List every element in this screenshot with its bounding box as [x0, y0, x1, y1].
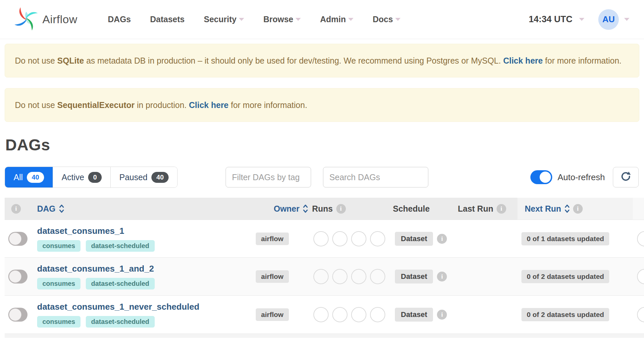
- banner-strong: SequentialExecutor: [57, 100, 134, 110]
- run-status-circle[interactable]: [332, 231, 348, 246]
- run-status-circle[interactable]: [313, 231, 329, 246]
- next-run-cell: 0 of 2 datasets updated: [517, 258, 633, 295]
- header-label: DAG: [37, 204, 56, 214]
- owner-badge: airflow: [256, 233, 289, 245]
- dag-tags: consumes dataset-scheduled: [37, 316, 155, 328]
- run-status-circle[interactable]: [370, 269, 385, 284]
- nav-item-admin[interactable]: Admin: [320, 15, 353, 24]
- run-status-circle[interactable]: [351, 231, 366, 246]
- run-status-circle[interactable]: [351, 269, 366, 284]
- next-row-peek: [5, 334, 644, 338]
- run-status-circle[interactable]: [370, 307, 385, 322]
- run-status-circle[interactable]: [332, 269, 348, 284]
- header-label: Runs: [312, 204, 333, 214]
- header-dag[interactable]: DAG: [31, 198, 250, 220]
- sort-icon: [564, 204, 570, 214]
- run-status-circle[interactable]: [351, 307, 366, 322]
- dag-pause-toggle[interactable]: [8, 270, 27, 284]
- next-run-badge: 0 of 2 datasets updated: [521, 308, 609, 321]
- next-run-badge: 0 of 1 datasets updated: [521, 232, 609, 245]
- tab-active[interactable]: Active 0: [53, 167, 111, 187]
- dag-cell: dataset_consumes_1_and_2 consumes datase…: [31, 258, 250, 295]
- schedule-badge[interactable]: Dataset: [395, 232, 433, 246]
- click-here-link[interactable]: Click here: [503, 56, 543, 65]
- user-avatar[interactable]: AU: [598, 9, 619, 30]
- tab-paused[interactable]: Paused 40: [111, 167, 177, 187]
- banner-text: for more information.: [229, 100, 307, 110]
- airflow-dags-page: Airflow DAGs Datasets Security Browse Ad…: [0, 0, 644, 363]
- nav-item-dags[interactable]: DAGs: [108, 15, 131, 24]
- nav-item-security[interactable]: Security: [204, 15, 244, 24]
- schedule-badge[interactable]: Dataset: [395, 270, 433, 284]
- chevron-down-icon: [295, 18, 301, 21]
- table-row: dataset_consumes_1_and_2 consumes datase…: [5, 258, 644, 296]
- run-status-circle[interactable]: [313, 269, 329, 284]
- brand-name: Airflow: [42, 13, 78, 26]
- dag-name-link[interactable]: dataset_consumes_1_and_2: [37, 264, 154, 274]
- tab-all[interactable]: All 40: [5, 167, 53, 187]
- info-icon[interactable]: i: [437, 234, 447, 244]
- chevron-down-icon: [348, 18, 353, 21]
- run-status-circle[interactable]: [370, 231, 385, 246]
- row-toggle-cell: [5, 258, 31, 295]
- chevron-down-icon[interactable]: [579, 18, 584, 21]
- run-status-circles: [310, 307, 385, 322]
- dag-pause-toggle[interactable]: [8, 308, 27, 322]
- info-icon[interactable]: i: [573, 204, 583, 214]
- nav-item-browse[interactable]: Browse: [263, 15, 301, 24]
- dag-tag[interactable]: consumes: [37, 240, 80, 252]
- dag-tag[interactable]: dataset-scheduled: [86, 240, 155, 252]
- airflow-brand[interactable]: Airflow: [13, 6, 78, 33]
- info-icon[interactable]: i: [336, 204, 346, 214]
- runs-cell: [310, 258, 393, 295]
- dag-cell: dataset_consumes_1_never_scheduled consu…: [31, 296, 250, 334]
- nav-item-datasets[interactable]: Datasets: [150, 15, 185, 24]
- dag-filter-tabs: All 40 Active 0 Paused 40: [5, 167, 178, 188]
- dag-tag[interactable]: consumes: [37, 278, 80, 289]
- next-run-badge: 0 of 2 datasets updated: [521, 270, 609, 283]
- owner-badge: airflow: [256, 308, 289, 321]
- chevron-down-icon[interactable]: [624, 18, 629, 21]
- tab-paused-count-badge: 40: [151, 172, 169, 183]
- tab-active-count-badge: 0: [88, 172, 102, 183]
- owner-cell: airflow: [250, 296, 310, 334]
- header-runs: Runs i: [310, 198, 393, 220]
- schedule-badge[interactable]: Dataset: [395, 308, 433, 322]
- click-here-link[interactable]: Click here: [189, 100, 229, 110]
- header-next-run[interactable]: Next Run i: [517, 198, 633, 220]
- header-overflow-cell: [633, 198, 644, 220]
- info-icon[interactable]: i: [497, 204, 506, 214]
- info-icon[interactable]: i: [437, 272, 447, 282]
- header-info-cell: i: [5, 198, 31, 220]
- nav-item-docs[interactable]: Docs: [373, 15, 401, 24]
- owner-cell: airflow: [250, 258, 310, 295]
- dag-pause-toggle[interactable]: [8, 232, 27, 246]
- filter-dags-by-tag-input[interactable]: [226, 167, 311, 187]
- search-dags-input[interactable]: [323, 167, 428, 187]
- banner-text: Do not use: [15, 100, 57, 110]
- refresh-button[interactable]: [613, 167, 639, 187]
- row-toggle-cell: [5, 296, 31, 334]
- sqlite-warning-banner: Do not use SQLite as metadata DB in prod…: [5, 44, 639, 78]
- run-status-circle[interactable]: [332, 307, 348, 322]
- dag-name-link[interactable]: dataset_consumes_1_never_scheduled: [37, 302, 199, 312]
- info-icon[interactable]: i: [437, 310, 447, 320]
- dag-tag[interactable]: dataset-scheduled: [86, 278, 155, 289]
- navbar: Airflow DAGs Datasets Security Browse Ad…: [0, 0, 644, 39]
- header-owner[interactable]: Owner: [250, 198, 310, 220]
- chevron-down-icon: [395, 18, 401, 21]
- run-status-circle[interactable]: [313, 307, 329, 322]
- auto-refresh-toggle[interactable]: [530, 170, 552, 184]
- tab-label: Active: [62, 173, 84, 182]
- dag-name-link[interactable]: dataset_consumes_1: [37, 226, 124, 236]
- dag-tag[interactable]: dataset-scheduled: [86, 316, 155, 328]
- dag-tag[interactable]: consumes: [37, 316, 80, 328]
- utc-clock[interactable]: 14:34 UTC: [529, 14, 572, 25]
- info-icon[interactable]: i: [11, 204, 21, 214]
- owner-cell: airflow: [250, 220, 310, 257]
- filter-bar: All 40 Active 0 Paused 40 Auto-refresh: [5, 167, 639, 188]
- sort-icon: [303, 204, 308, 214]
- tab-label: All: [14, 173, 23, 182]
- page-title: DAGs: [5, 136, 644, 154]
- banner-strong: SQLite: [57, 56, 84, 65]
